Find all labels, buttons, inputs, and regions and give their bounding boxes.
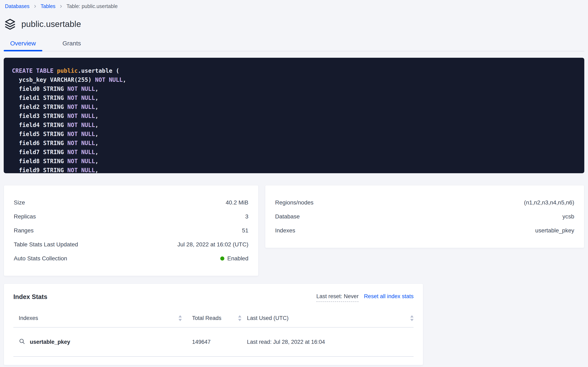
- index-name-label: usertable_pkey: [30, 339, 70, 345]
- detail-value: Enabled: [220, 255, 248, 262]
- sql-line: field0 STRING NOT NULL,: [12, 84, 576, 93]
- index-stats-actions: Last reset: Never Reset all index stats: [316, 293, 414, 302]
- tab-bar: Overview Grants: [4, 40, 584, 51]
- sql-token: NOT NULL: [67, 85, 95, 92]
- sql-line: CREATE TABLE public.usertable (: [12, 66, 576, 75]
- sql-token: public: [57, 67, 78, 74]
- sql-token: NOT NULL: [67, 122, 95, 128]
- index-name-link[interactable]: usertable_pkey: [13, 338, 182, 346]
- sql-line: field3 STRING NOT NULL,: [12, 112, 576, 121]
- index-stats-title: Index Stats: [13, 293, 47, 301]
- sql-token: field9 STRING: [12, 167, 67, 173]
- sql-token: NOT NULL: [67, 140, 95, 147]
- sql-token: field2 STRING: [12, 104, 67, 110]
- last-reset-label: Last reset: Never: [316, 293, 359, 302]
- sort-arrows-icon: [238, 315, 241, 321]
- sql-token: ,: [95, 104, 99, 110]
- index-stats-header: Index Stats Last reset: Never Reset all …: [13, 293, 414, 302]
- sql-token: ,: [95, 85, 99, 92]
- detail-label: Replicas: [14, 213, 36, 220]
- table-details-card: Size40.2 MiBReplicas3Ranges51Table Stats…: [4, 185, 258, 276]
- sql-token: NOT NULL: [67, 149, 95, 156]
- sql-token: ,: [95, 158, 99, 165]
- detail-label: Ranges: [14, 227, 34, 234]
- detail-row: Indexesusertable_pkey: [275, 224, 574, 238]
- sql-token: NOT NULL: [67, 104, 95, 110]
- sql-line: field7 STRING NOT NULL,: [12, 148, 576, 157]
- sql-token: ,: [123, 76, 126, 83]
- breadcrumb-current: Table: public.usertable: [66, 3, 118, 9]
- stack-icon: [4, 18, 16, 30]
- sql-token: field0 STRING: [12, 85, 67, 92]
- magnifier-icon: [19, 338, 25, 346]
- tab-overview[interactable]: Overview: [4, 40, 42, 51]
- sql-line: field8 STRING NOT NULL,: [12, 157, 576, 166]
- sql-line: field9 STRING NOT NULL,: [12, 166, 576, 173]
- detail-label: Size: [14, 199, 25, 206]
- index-table-body: usertable_pkey149647Last read: Jul 28, 2…: [13, 327, 414, 357]
- index-stats-card: Index Stats Last reset: Never Reset all …: [4, 284, 423, 365]
- details-section: Size40.2 MiBReplicas3Ranges51Table Stats…: [4, 185, 584, 276]
- sql-token: ,: [95, 94, 99, 101]
- sql-token: ,: [95, 113, 99, 119]
- sql-token: ,: [95, 140, 99, 147]
- create-table-statement[interactable]: CREATE TABLE public.usertable ( ycsb_key…: [4, 58, 584, 173]
- sql-token: NOT NULL: [95, 76, 123, 83]
- sql-token: field4 STRING: [12, 122, 67, 128]
- chevron-right-icon: [33, 4, 37, 9]
- detail-value: 51: [242, 227, 248, 234]
- detail-label: Auto Stats Collection: [14, 255, 67, 262]
- index-table-row: usertable_pkey149647Last read: Jul 28, 2…: [13, 327, 414, 357]
- sql-line: field5 STRING NOT NULL,: [12, 130, 576, 139]
- column-header-indexes[interactable]: Indexes: [13, 315, 182, 321]
- detail-row: Auto Stats CollectionEnabled: [14, 251, 248, 266]
- detail-value: 40.2 MiB: [226, 199, 248, 206]
- sql-token: .usertable (: [78, 67, 119, 74]
- sql-token: NOT NULL: [67, 158, 95, 165]
- sql-token: CREATE TABLE: [12, 67, 57, 74]
- table-details-page: Databases Tables Table: public.usertable…: [0, 0, 588, 365]
- sql-token: field8 STRING: [12, 158, 67, 165]
- column-header-last-used-utc[interactable]: Last Used (UTC): [241, 315, 414, 321]
- sql-token: NOT NULL: [67, 167, 95, 173]
- detail-row: Databaseycsb: [275, 210, 574, 224]
- detail-label: Table Stats Last Updated: [14, 241, 78, 248]
- index-table-header: IndexesTotal ReadsLast Used (UTC): [13, 315, 414, 327]
- detail-row: Size40.2 MiB: [14, 196, 248, 210]
- sql-token: ,: [95, 122, 99, 128]
- sql-code: CREATE TABLE public.usertable ( ycsb_key…: [12, 66, 576, 173]
- detail-label: Regions/nodes: [275, 199, 314, 206]
- sql-token: field6 STRING: [12, 140, 67, 147]
- sql-line: field4 STRING NOT NULL,: [12, 121, 576, 130]
- sql-token: ycsb_key VARCHAR(255): [12, 76, 95, 83]
- tab-grants[interactable]: Grants: [57, 40, 86, 51]
- sql-line: field6 STRING NOT NULL,: [12, 139, 576, 148]
- sql-token: NOT NULL: [67, 131, 95, 137]
- index-stats-table: IndexesTotal ReadsLast Used (UTC) userta…: [13, 315, 414, 357]
- sql-token: field7 STRING: [12, 149, 67, 156]
- sql-token: field1 STRING: [12, 94, 67, 101]
- sql-line: field1 STRING NOT NULL,: [12, 93, 576, 102]
- chevron-right-icon: [59, 4, 63, 9]
- detail-label: Indexes: [275, 227, 295, 234]
- detail-value: 3: [245, 213, 248, 220]
- sql-line: field2 STRING NOT NULL,: [12, 102, 576, 112]
- column-header-total-reads[interactable]: Total Reads: [182, 315, 241, 321]
- sort-arrows-icon: [410, 315, 414, 321]
- sql-token: ,: [95, 131, 99, 137]
- detail-value: (n1,n2,n3,n4,n5,n6): [524, 199, 574, 206]
- table-meta-card: Regions/nodes(n1,n2,n3,n4,n5,n6)Database…: [265, 185, 584, 248]
- breadcrumb: Databases Tables Table: public.usertable: [4, 0, 584, 9]
- reset-all-index-stats-link[interactable]: Reset all index stats: [364, 293, 414, 300]
- page-title: public.usertable: [21, 19, 81, 29]
- detail-row: Table Stats Last UpdatedJul 28, 2022 at …: [14, 238, 248, 251]
- detail-row: Replicas3: [14, 210, 248, 224]
- detail-value: ycsb: [562, 213, 574, 220]
- breadcrumb-link-databases[interactable]: Databases: [5, 3, 30, 9]
- sql-token: NOT NULL: [67, 94, 95, 101]
- breadcrumb-link-tables[interactable]: Tables: [41, 3, 56, 9]
- column-header-label: Total Reads: [192, 315, 222, 321]
- sort-arrows-icon: [179, 315, 182, 321]
- sql-token: NOT NULL: [67, 113, 95, 119]
- detail-row: Ranges51: [14, 224, 248, 238]
